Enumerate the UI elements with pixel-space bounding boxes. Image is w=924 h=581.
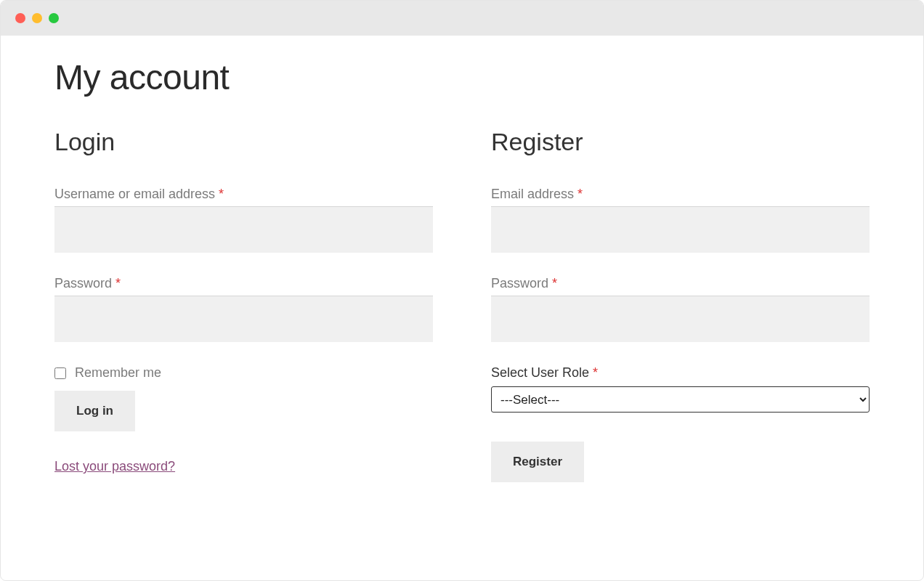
register-email-label: Email address * xyxy=(491,187,870,202)
required-marker: * xyxy=(219,187,224,201)
register-column: Register Email address * Password * Sel xyxy=(491,128,870,482)
register-email-label-text: Email address xyxy=(491,187,578,201)
window-close-button[interactable] xyxy=(15,13,25,23)
login-column: Login Username or email address * Passwo… xyxy=(54,128,433,482)
app-window: My account Login Username or email addre… xyxy=(0,0,924,581)
account-columns: Login Username or email address * Passwo… xyxy=(54,128,870,482)
remember-me-row: Remember me xyxy=(54,365,433,381)
lost-password-link[interactable]: Lost your password? xyxy=(54,459,175,474)
register-password-row: Password * xyxy=(491,276,870,342)
register-role-row: Select User Role * ---Select--- xyxy=(491,365,870,413)
window-minimize-button[interactable] xyxy=(32,13,42,23)
login-username-label: Username or email address * xyxy=(54,187,433,202)
login-username-label-text: Username or email address xyxy=(54,187,219,201)
required-marker: * xyxy=(593,365,598,380)
login-button[interactable]: Log in xyxy=(54,391,135,431)
register-button[interactable]: Register xyxy=(491,442,584,482)
login-password-row: Password * xyxy=(54,276,433,342)
register-password-label: Password * xyxy=(491,276,870,291)
register-heading: Register xyxy=(491,128,870,156)
page-content: My account Login Username or email addre… xyxy=(1,36,923,482)
login-password-label: Password * xyxy=(54,276,433,291)
required-marker: * xyxy=(578,187,583,201)
register-role-select[interactable]: ---Select--- xyxy=(491,386,870,413)
window-titlebar xyxy=(1,1,923,36)
register-role-label: Select User Role * xyxy=(491,365,870,381)
login-heading: Login xyxy=(54,128,433,156)
remember-me-checkbox[interactable] xyxy=(54,367,66,379)
register-email-row: Email address * xyxy=(491,187,870,253)
login-password-label-text: Password xyxy=(54,276,115,290)
required-marker: * xyxy=(115,276,121,290)
login-password-input[interactable] xyxy=(54,296,433,342)
register-password-label-text: Password xyxy=(491,276,552,290)
page-title: My account xyxy=(54,57,870,97)
login-username-input[interactable] xyxy=(54,206,433,253)
window-zoom-button[interactable] xyxy=(49,13,59,23)
required-marker: * xyxy=(552,276,557,290)
register-password-input[interactable] xyxy=(491,296,870,342)
register-email-input[interactable] xyxy=(491,206,870,253)
register-role-label-text: Select User Role xyxy=(491,365,593,380)
remember-me-label: Remember me xyxy=(75,365,161,381)
login-username-row: Username or email address * xyxy=(54,187,433,253)
